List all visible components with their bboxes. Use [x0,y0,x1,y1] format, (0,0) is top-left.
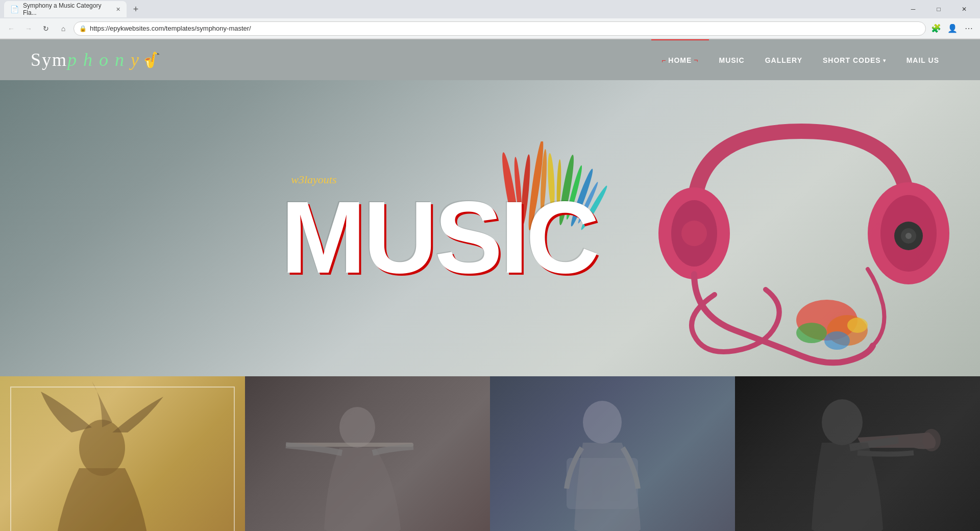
address-bar[interactable]: 🔒 https://epykwebsites.com/templates/sym… [74,21,926,36]
window-controls: ─ □ ✕ [901,1,980,17]
tab-favicon: 📄 [10,5,19,13]
svg-point-23 [824,331,850,350]
svg-point-28 [583,401,622,444]
site-navigation: ⌐ HOME ¬ MUSIC GALLERY SHORT CODES ▾ MAI… [651,39,949,80]
card-4-figure [735,376,980,531]
home-button[interactable]: ⌂ [56,21,70,36]
browser-chrome: 📄 Symphony a Music Category Fla... ✕ + ─… [0,0,980,39]
tab-title: Symphony a Music Category Fla... [23,2,112,16]
logo-sym: Sym [31,50,67,70]
logo-instrument-icon: 🎷 [142,50,163,70]
hero-title: MUSIC [281,191,597,283]
card-4[interactable]: MUSIC INSTRUMENTS [735,376,980,531]
nav-item-home[interactable]: ⌐ HOME ¬ [651,39,708,80]
browser-toolbar: ← → ↻ ⌂ 🔒 https://epykwebsites.com/templ… [0,18,980,39]
menu-button[interactable]: ⋯ [962,21,976,36]
bracket-right-icon: ¬ [694,56,698,64]
profile-button[interactable]: 👤 [945,21,960,36]
nav-label-home: HOME [668,56,692,64]
svg-point-22 [796,323,827,343]
refresh-button[interactable]: ↻ [39,21,53,36]
nav-label-short-codes: SHORT CODES [823,56,881,64]
logo-y: y [125,50,140,70]
toolbar-icons: 🧩 👤 ⋯ [929,21,976,36]
nav-label-gallery: GALLERY [765,56,802,64]
bracket-left-icon: ⌐ [662,56,666,64]
headphones-visual [653,101,949,376]
card-3-figure [490,376,735,531]
nav-item-music[interactable]: MUSIC [709,39,755,80]
maximize-button[interactable]: □ [927,1,950,17]
card-1-figure [0,376,245,531]
minimize-button[interactable]: ─ [901,1,925,17]
nav-label-mail-us: MAIL US [906,56,939,64]
svg-point-24 [847,318,868,333]
hero-section: w3layouts MUSIC [0,80,980,376]
active-tab[interactable]: 📄 Symphony a Music Category Fla... ✕ [4,1,127,17]
card-1[interactable]: MUSIC INSTRUMENTS [0,376,245,531]
svg-point-34 [922,429,941,451]
nav-item-gallery[interactable]: GALLERY [755,39,813,80]
extensions-button[interactable]: 🧩 [929,21,943,36]
hero-content: w3layouts MUSIC [281,173,597,283]
forward-button[interactable]: → [21,21,36,36]
tab-close-button[interactable]: ✕ [116,6,120,13]
svg-point-19 [905,233,912,239]
new-tab-button[interactable]: + [129,2,143,16]
logo-ph: p h o n [67,50,125,70]
svg-point-33 [822,399,863,445]
nav-item-short-codes[interactable]: SHORT CODES ▾ [813,39,896,80]
card-3[interactable]: MUSIC INSTRUMENTS [490,376,735,531]
tab-bar: 📄 Symphony a Music Category Fla... ✕ + ─… [0,0,980,18]
site-header: Symp h o n y 🎷 ⌐ HOME ¬ MUSIC GALLERY SH… [0,39,980,80]
logo-text: Symp h o n y [31,49,140,70]
svg-point-26 [339,407,375,448]
website-content: Symp h o n y 🎷 ⌐ HOME ¬ MUSIC GALLERY SH… [0,39,980,531]
nav-label-music: MUSIC [719,56,745,64]
url-text: https://epykwebsites.com/templates/symph… [90,25,251,32]
svg-point-14 [681,221,707,246]
card-2[interactable]: MUSIC INSTRUMENTS [245,376,490,531]
close-button[interactable]: ✕ [952,1,976,17]
lock-icon: 🔒 [79,25,87,32]
nav-item-mail-us[interactable]: MAIL US [896,39,949,80]
back-button[interactable]: ← [4,21,18,36]
cards-section: MUSIC INSTRUMENTS MUSIC INSTRUMENTS [0,376,980,531]
card-2-figure [245,376,490,531]
site-logo[interactable]: Symp h o n y 🎷 [31,49,162,70]
dropdown-arrow-icon: ▾ [883,58,886,63]
